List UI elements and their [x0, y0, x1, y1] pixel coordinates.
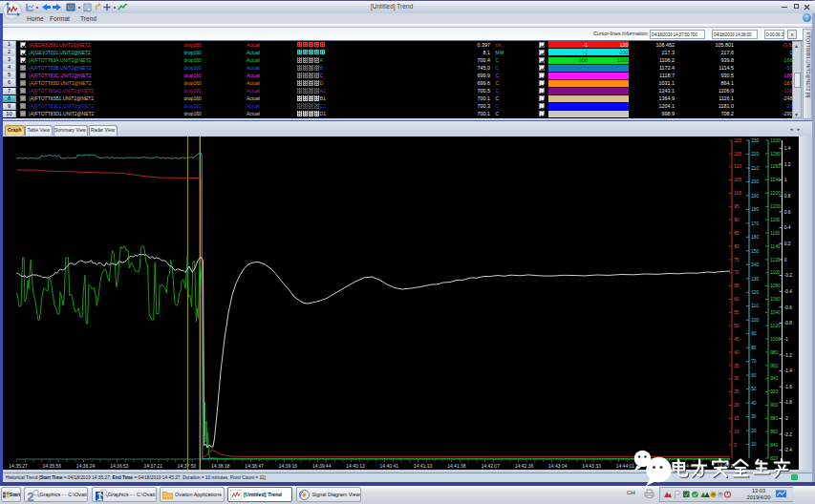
svg-text:2: 2 [27, 491, 33, 503]
svg-text:10: 10 [751, 442, 757, 447]
svg-text:120: 120 [734, 137, 741, 142]
svg-text:14:35:27: 14:35:27 [9, 463, 28, 469]
svg-text:14:43:33: 14:43:33 [582, 463, 601, 469]
svg-text:-1.4: -1.4 [784, 368, 793, 373]
svg-text:1080: 1080 [770, 284, 781, 288]
svg-text:70: 70 [734, 270, 740, 275]
svg-text:30: 30 [734, 376, 740, 381]
svg-text:900: 900 [770, 403, 778, 408]
svg-text:0.2: 0.2 [784, 241, 791, 245]
svg-text:120: 120 [751, 290, 759, 295]
svg-text:1060: 1060 [770, 297, 781, 302]
svg-text:100: 100 [751, 317, 759, 322]
svg-text:200: 200 [751, 179, 759, 184]
svg-text:1220: 1220 [770, 191, 781, 196]
svg-text:14:36:24: 14:36:24 [76, 463, 96, 469]
svg-text:1020: 1020 [770, 323, 781, 327]
svg-text:1040: 1040 [770, 310, 781, 315]
svg-text:14:42:07: 14:42:07 [481, 463, 500, 469]
svg-text:20: 20 [734, 403, 740, 408]
svg-text:-1.6: -1.6 [784, 384, 793, 388]
svg-text:15: 15 [734, 416, 740, 421]
svg-text:14:41:38: 14:41:38 [447, 463, 466, 469]
svg-text:1: 1 [784, 178, 787, 182]
svg-text:5: 5 [734, 442, 737, 447]
svg-text:80: 80 [751, 345, 757, 349]
svg-text:10: 10 [734, 429, 740, 433]
svg-text:860: 860 [770, 429, 778, 433]
svg-text:140: 140 [751, 262, 759, 267]
svg-text:920: 920 [770, 389, 778, 394]
svg-text:40: 40 [734, 349, 740, 354]
svg-text:-2.2: -2.2 [784, 431, 793, 436]
svg-text:65: 65 [734, 284, 740, 288]
svg-text:90: 90 [751, 331, 757, 336]
svg-text:1180: 1180 [770, 217, 781, 221]
svg-text:20: 20 [751, 428, 757, 432]
svg-text:14:38:47: 14:38:47 [245, 463, 264, 469]
svg-text:0.4: 0.4 [784, 225, 791, 230]
svg-text:14:39:44: 14:39:44 [312, 463, 332, 469]
svg-text:105: 105 [734, 178, 741, 182]
svg-text:110: 110 [734, 164, 741, 169]
svg-text:1100: 1100 [770, 270, 781, 275]
svg-text:940: 940 [770, 376, 778, 381]
svg-text:150: 150 [751, 248, 759, 253]
svg-text:14:40:41: 14:40:41 [380, 463, 399, 469]
svg-text:14:37:21: 14:37:21 [143, 463, 162, 469]
svg-text:70: 70 [751, 359, 757, 364]
svg-text:-1: -1 [784, 336, 789, 341]
svg-text:960: 960 [770, 363, 778, 368]
svg-text:75: 75 [734, 257, 740, 262]
svg-text:80: 80 [734, 243, 740, 248]
svg-text:50: 50 [734, 323, 740, 327]
svg-text:14:39:16: 14:39:16 [279, 463, 298, 469]
svg-text:220: 220 [751, 152, 759, 157]
svg-text:130: 130 [751, 276, 759, 281]
svg-text:180: 180 [751, 207, 759, 212]
svg-text:50: 50 [751, 387, 757, 391]
svg-text:0.8: 0.8 [784, 194, 791, 199]
svg-text:-1.8: -1.8 [784, 400, 793, 405]
svg-text:1: 1 [97, 492, 103, 502]
svg-text:-2: -2 [784, 416, 789, 421]
svg-text:30: 30 [751, 414, 757, 419]
svg-text:100: 100 [734, 191, 741, 196]
svg-text:45: 45 [734, 336, 740, 341]
svg-text:210: 210 [751, 165, 759, 170]
svg-text:0.6: 0.6 [784, 209, 791, 214]
svg-text:115: 115 [734, 151, 741, 156]
svg-text:-0.6: -0.6 [784, 304, 793, 309]
svg-text:85: 85 [734, 230, 740, 235]
svg-text:1.4: 1.4 [784, 146, 791, 151]
svg-text:-1.2: -1.2 [784, 352, 793, 357]
svg-text:-0.8: -0.8 [784, 321, 793, 326]
svg-text:14:40:13: 14:40:13 [346, 463, 365, 469]
svg-text:14:43:04: 14:43:04 [548, 463, 568, 469]
svg-text:60: 60 [751, 372, 757, 377]
svg-text:170: 170 [751, 220, 759, 225]
svg-text:90: 90 [734, 217, 740, 221]
svg-text:980: 980 [770, 349, 778, 354]
svg-text:14:41:10: 14:41:10 [414, 463, 433, 469]
svg-text:160: 160 [751, 235, 759, 240]
svg-text:-0.4: -0.4 [784, 288, 793, 293]
svg-text:1260: 1260 [770, 164, 781, 169]
svg-text:25: 25 [734, 389, 740, 394]
svg-text:1300: 1300 [770, 137, 781, 142]
svg-text:35: 35 [734, 363, 740, 368]
svg-text:40: 40 [751, 400, 757, 405]
svg-text:60: 60 [734, 297, 740, 302]
svg-text:1280: 1280 [770, 151, 781, 156]
svg-text:14:38:18: 14:38:18 [211, 463, 230, 469]
svg-text:14:37:50: 14:37:50 [178, 463, 197, 469]
svg-text:95: 95 [734, 204, 740, 209]
svg-text:14:35:56: 14:35:56 [43, 463, 62, 469]
svg-text:840: 840 [770, 442, 778, 447]
svg-text:1120: 1120 [770, 257, 781, 262]
svg-text:14:42:36: 14:42:36 [515, 463, 534, 469]
svg-text:-0.2: -0.2 [784, 273, 793, 278]
svg-text:14:36:53: 14:36:53 [110, 463, 129, 469]
svg-text:1140: 1140 [770, 243, 781, 248]
svg-text:190: 190 [751, 193, 759, 198]
